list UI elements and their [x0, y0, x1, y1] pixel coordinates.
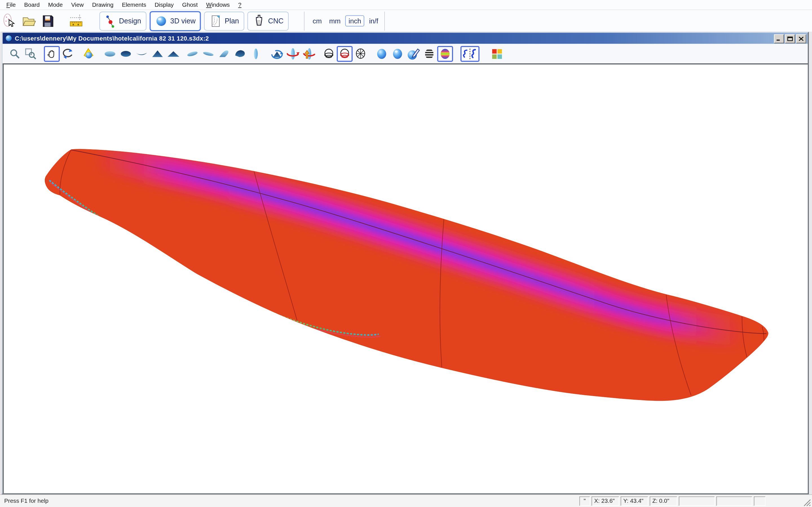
render-smooth-tool[interactable]	[390, 46, 405, 61]
render-stripes-tool[interactable]	[421, 46, 437, 61]
document-title: C:\users\dennery\My Documents\hotelcalif…	[15, 35, 209, 42]
unit-inch[interactable]: inch	[345, 15, 364, 26]
unit-mm[interactable]: mm	[326, 16, 343, 26]
open-file-button[interactable]	[19, 11, 38, 31]
status-help-text: Press F1 for help	[4, 497, 49, 504]
view-deck-tool[interactable]	[102, 46, 118, 61]
view-three-quarter-right-tool[interactable]	[232, 46, 248, 61]
minimize-icon	[776, 36, 782, 41]
view3d-mode-button[interactable]: 3D view	[150, 11, 201, 31]
menu-help[interactable]: ?	[234, 1, 246, 9]
symmetry-view-tool[interactable]	[460, 46, 479, 61]
status-y-coordinate: Y: 43.4"	[620, 497, 648, 506]
render-light-icon	[83, 47, 95, 60]
symmetry-icon	[462, 47, 478, 61]
animate-rotation-tool[interactable]	[269, 46, 285, 61]
zoom-window-icon	[24, 47, 37, 60]
render-flat-tool[interactable]	[374, 46, 390, 61]
view-bottom-icon	[119, 47, 133, 60]
view-back-icon	[167, 47, 181, 60]
document-title-bar[interactable]: C:\users\dennery\My Documents\hotelcalif…	[3, 33, 808, 44]
new-board-icon	[2, 13, 17, 29]
menu-bar: File Board Mode View Drawing Elements Di…	[0, 0, 812, 10]
view-upright-tool[interactable]	[248, 46, 264, 61]
zoom-icon	[8, 47, 21, 60]
rotate-flip-icon	[302, 47, 316, 61]
status-unit-box: "	[579, 497, 590, 506]
resize-grip[interactable]	[804, 499, 811, 506]
color-palette-tool[interactable]	[489, 46, 505, 61]
menu-board[interactable]: Board	[20, 1, 44, 9]
wireframe-overlay-tool[interactable]	[337, 46, 352, 61]
dimensions-button[interactable]	[66, 11, 86, 31]
new-board-button[interactable]	[0, 11, 19, 31]
color-palette-icon	[491, 47, 503, 60]
save-file-button[interactable]	[38, 11, 57, 31]
maximize-icon	[787, 36, 793, 41]
render-rainbow-icon	[439, 47, 451, 61]
design-icon	[105, 13, 116, 29]
close-button[interactable]	[796, 34, 806, 43]
unit-inf[interactable]: in/f	[366, 16, 381, 26]
unit-cm[interactable]: cm	[310, 16, 324, 26]
menu-display[interactable]: Display	[150, 1, 178, 9]
plan-label: Plan	[225, 17, 239, 25]
view-upright-icon	[250, 47, 262, 61]
view-perspective-right-tool[interactable]	[200, 46, 216, 61]
view-back-tool[interactable]	[165, 46, 181, 61]
render-decor-tool[interactable]	[405, 46, 421, 61]
wireframe-icon	[322, 47, 335, 61]
menu-windows[interactable]: Windows	[202, 1, 234, 9]
board-canvas[interactable]	[3, 63, 808, 493]
wireframe-tool[interactable]	[321, 46, 337, 61]
zoom-window-tool[interactable]	[23, 46, 39, 61]
menu-ghost[interactable]: Ghost	[178, 1, 202, 9]
wireframe-overlay-icon	[338, 47, 351, 61]
design-mode-button[interactable]: Design	[100, 11, 147, 31]
rotate-yaw-tool[interactable]	[285, 46, 301, 61]
status-empty-pane	[716, 497, 753, 506]
close-icon	[798, 36, 804, 41]
save-icon	[40, 13, 56, 29]
render-smooth-icon	[391, 47, 404, 61]
render-stripes-icon	[423, 47, 436, 61]
minimize-button[interactable]	[774, 34, 784, 43]
maximize-button[interactable]	[785, 34, 795, 43]
app-sphere-icon	[5, 34, 13, 42]
menu-mode[interactable]: Mode	[44, 1, 67, 9]
render-rainbow-tool[interactable]	[437, 46, 453, 61]
view-front-icon	[151, 47, 164, 60]
menu-elements[interactable]: Elements	[117, 1, 150, 9]
rotate-flip-tool[interactable]	[301, 46, 317, 61]
toolbar-separator	[384, 11, 385, 31]
plan-mode-button[interactable]: Plan	[204, 11, 245, 31]
view-side-tool[interactable]	[134, 46, 149, 61]
rotate-3d-tool[interactable]	[60, 46, 75, 61]
menu-drawing[interactable]: Drawing	[88, 1, 118, 9]
view-deck-icon	[103, 47, 117, 60]
status-bar: Press F1 for help " X: 23.6" Y: 43.4" Z:…	[0, 494, 812, 507]
view-perspective-left-tool[interactable]	[185, 46, 200, 61]
surfboard-3d-render	[4, 64, 808, 494]
pan-hand-tool[interactable]	[44, 46, 60, 61]
status-empty-pane	[679, 497, 715, 506]
pan-hand-icon	[45, 47, 58, 60]
status-z-coordinate: Z: 0.0"	[650, 497, 677, 506]
cnc-label: CNC	[268, 17, 284, 25]
view-perspective-left-icon	[186, 47, 199, 60]
menu-view[interactable]: View	[67, 1, 88, 9]
main-toolbar: Design 3D view Plan CNC cm m	[0, 10, 812, 32]
mdi-client-area: C:\users\dennery\My Documents\hotelcalif…	[0, 32, 812, 495]
view-three-quarter-left-tool[interactable]	[216, 46, 232, 61]
wireframe-mesh-tool[interactable]	[353, 46, 368, 61]
status-x-coordinate: X: 23.6"	[592, 497, 619, 506]
render-light-tool[interactable]	[81, 46, 97, 61]
view-front-tool[interactable]	[150, 46, 165, 61]
render-decor-icon	[407, 47, 420, 61]
animate-rotation-icon	[270, 47, 284, 61]
zoom-tool[interactable]	[7, 46, 22, 61]
menu-file[interactable]: File	[2, 1, 20, 9]
cnc-tool-icon	[253, 13, 265, 29]
view-bottom-tool[interactable]	[118, 46, 134, 61]
cnc-mode-button[interactable]: CNC	[248, 11, 289, 31]
